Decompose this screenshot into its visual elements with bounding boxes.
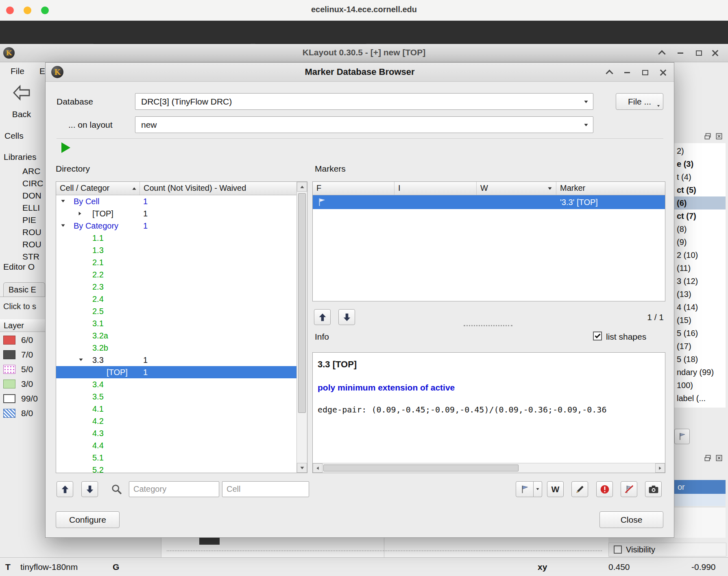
column-count[interactable]: Count (Not Visited) - Waived [140, 182, 296, 195]
window-shade-button[interactable] [654, 45, 669, 61]
collapse-icon[interactable] [79, 212, 81, 215]
layer-swatch[interactable] [3, 409, 15, 418]
list-shapes-label[interactable]: list shapes [606, 332, 646, 342]
column-flag[interactable]: F [313, 182, 395, 195]
flag-marker-button[interactable] [516, 481, 534, 497]
edit-marker-button[interactable] [571, 481, 588, 497]
info-hscrollbar[interactable] [313, 463, 665, 473]
dock-float-icon[interactable] [704, 132, 712, 142]
splitter-handle[interactable] [464, 325, 512, 326]
visibility-checkbox[interactable] [614, 545, 622, 554]
dock-close-icon[interactable] [715, 132, 723, 142]
down-category-button[interactable] [81, 481, 98, 497]
database-select[interactable]: DRC[3] (TinyFlow DRC) [135, 93, 593, 110]
column-waived[interactable]: W [477, 182, 556, 195]
marker-row-selected[interactable]: '3.3' [TOP] [313, 195, 665, 209]
column-cell-category[interactable]: Cell / Categor [56, 182, 140, 195]
layer-row[interactable]: 99/0 [0, 391, 51, 406]
tree-row[interactable]: 5.2 [56, 464, 296, 473]
layer-swatch[interactable] [3, 350, 15, 359]
cell-list-item[interactable]: (8) [674, 223, 726, 236]
cell-list-item[interactable]: ct (5) [674, 183, 726, 196]
tree-row[interactable]: 2.1 [56, 256, 296, 268]
layer-swatch[interactable] [3, 394, 15, 403]
dock-float-icon[interactable] [704, 454, 712, 464]
cell-list-item[interactable]: (15) [674, 314, 726, 327]
back-icon[interactable] [12, 85, 31, 103]
column-marker[interactable]: Marker [556, 182, 665, 195]
expand-icon[interactable] [79, 359, 83, 361]
column-important[interactable]: I [395, 182, 477, 195]
tree-row[interactable]: 2.4 [56, 293, 296, 305]
window-minimize-button[interactable] [673, 45, 688, 61]
layer-row[interactable]: 6/0 [0, 333, 51, 347]
tree-row[interactable]: 5.1 [56, 452, 296, 464]
tree-row[interactable]: 4.3 [56, 427, 296, 439]
library-item[interactable]: DON [0, 190, 45, 202]
expand-icon[interactable] [61, 200, 65, 203]
category-filter-input[interactable] [129, 481, 219, 497]
library-item[interactable]: ELLI [0, 202, 45, 214]
rerun-button[interactable] [61, 142, 70, 153]
tree-row[interactable]: 2.3 [56, 281, 296, 293]
cell-list-item[interactable]: t (4) [674, 170, 726, 183]
layer-row[interactable]: 7/0 [0, 347, 51, 362]
cell-list-item[interactable]: 5 (18) [674, 353, 726, 366]
tree-row[interactable]: 1.1 [56, 232, 296, 244]
layout-select[interactable]: new [135, 116, 593, 133]
library-item[interactable]: STR [0, 251, 45, 263]
dialog-shade-button[interactable] [601, 65, 617, 80]
dialog-maximize-button[interactable] [637, 65, 653, 80]
layer-swatch[interactable] [3, 380, 15, 388]
prev-marker-button[interactable] [314, 309, 331, 325]
menu-edit[interactable]: E [39, 66, 45, 76]
list-shapes-checkbox[interactable] [593, 332, 602, 340]
tree-row[interactable]: [TOP]1 [56, 207, 296, 220]
tree-row[interactable]: 3.5 [56, 391, 296, 403]
cell-list-item[interactable]: (13) [674, 288, 726, 301]
scroll-up-icon[interactable] [297, 182, 307, 192]
visibility-row[interactable]: Visibility [608, 543, 726, 556]
cell-list-item[interactable]: ndary (99) [674, 366, 726, 379]
cell-list-item[interactable]: e (3) [674, 157, 726, 170]
cell-filter-input[interactable] [222, 481, 309, 497]
waive-button[interactable]: W [547, 481, 564, 497]
layer-swatch[interactable] [3, 336, 15, 345]
tree-row[interactable]: 3.2a [56, 329, 296, 342]
tree-row[interactable]: By Cell1 [56, 195, 296, 207]
menu-file[interactable]: File [11, 66, 24, 76]
tree-row[interactable]: 3.2b [56, 342, 296, 354]
cell-list-item[interactable]: (11) [674, 262, 726, 275]
directory-scrollbar[interactable] [296, 182, 307, 473]
tree-row-selected[interactable]: [TOP]1 [56, 366, 296, 378]
library-item[interactable]: ROU [0, 226, 45, 238]
tree-row[interactable]: 2.2 [56, 268, 296, 281]
cell-list-item[interactable]: 4 (14) [674, 301, 726, 314]
cell-list-item[interactable]: (9) [674, 236, 726, 249]
dock-close-icon[interactable] [715, 454, 723, 464]
panel-button[interactable] [674, 429, 690, 444]
window-maximize-button[interactable] [691, 45, 706, 61]
tree-row[interactable]: 4.4 [56, 439, 296, 452]
important-marker-button[interactable] [596, 481, 613, 497]
file-menu-button[interactable]: File ... [616, 93, 663, 110]
tab-basic-editing[interactable]: Basic E [3, 282, 45, 297]
cell-list-item[interactable]: label (... [674, 392, 726, 405]
close-dialog-button[interactable]: Close [599, 511, 663, 528]
tree-row[interactable]: 3.31 [56, 354, 296, 366]
scroll-right-icon[interactable] [655, 463, 665, 473]
cell-list-item[interactable]: ct (7) [674, 209, 726, 223]
flag-dropdown-button[interactable] [534, 481, 542, 497]
back-button-label[interactable]: Back [8, 109, 35, 119]
tree-row[interactable]: By Category1 [56, 220, 296, 232]
scrollbar-thumb[interactable] [298, 193, 306, 413]
layer-row[interactable]: 3/0 [0, 377, 51, 391]
layer-swatch[interactable] [3, 365, 15, 374]
cell-list-item[interactable]: 2) [674, 144, 726, 157]
window-close-button[interactable] [708, 45, 722, 61]
snapshot-button[interactable] [645, 481, 662, 497]
library-item[interactable]: ROU [0, 238, 45, 251]
cell-list-item[interactable]: 3 (12) [674, 275, 726, 288]
panel-row[interactable] [674, 494, 726, 506]
configure-button[interactable]: Configure [56, 511, 120, 528]
